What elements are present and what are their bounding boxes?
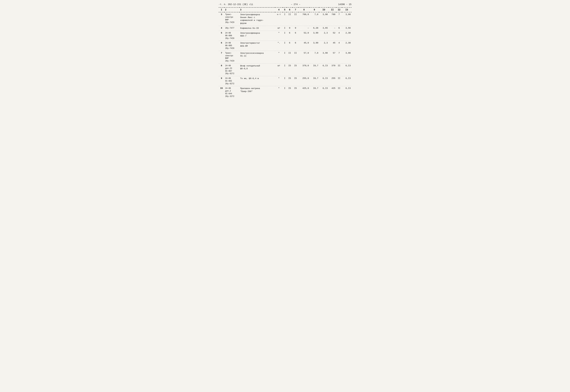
col-header-8: 8 — [298, 7, 310, 12]
cell-2-6: 6 — [292, 31, 298, 41]
cell-1-6: 9 — [292, 26, 298, 31]
cell-7-8: I0,7 — [310, 86, 319, 99]
cell-4-7: 57,0 — [298, 51, 310, 63]
main-table: I 2 3 4 5 6 7 8 9 IO II I2 I3 3Транс- эл… — [219, 7, 351, 99]
cell-2-11: 4 — [336, 31, 342, 41]
cell-6-1: 24-06 0I-00I 28у-8272 — [224, 76, 239, 86]
cell-6-7: 255,0 — [298, 76, 310, 86]
cell-3-3: ". — [275, 41, 283, 51]
col-header-7: 7 — [292, 7, 298, 12]
cell-2-0: 5 — [219, 31, 224, 41]
cell-1-0: 4 — [219, 26, 224, 31]
cell-3-12: 2,30 — [342, 41, 351, 51]
page-header: ·т. п. 262-12-151 (ЗЕ) √ii – 274 – 14396… — [219, 3, 351, 6]
cell-5-3: шт — [275, 63, 283, 76]
cell-5-2: Шкаф холодильный ШХ-0,8 — [239, 63, 275, 76]
cell-6-6: I5 — [292, 76, 298, 86]
cell-3-9: 2,3 — [319, 41, 329, 51]
cell-6-5: I5 — [287, 76, 292, 86]
cell-7-6: I5 — [292, 86, 298, 99]
cell-3-1: 24-06 06-005 28у-74I8 — [224, 41, 239, 51]
table-row: 924-06 0I-00I 28у-8272То же, ШХ-0,4 м"II… — [219, 76, 351, 86]
cell-6-12: 6,I3 — [342, 76, 351, 86]
col-header-12: I2 — [336, 7, 342, 12]
cell-7-4: I — [283, 86, 287, 99]
cell-1-5: 9 — [287, 26, 292, 31]
cell-4-8: 7,0 — [310, 51, 319, 63]
table-row: 624-06 06-005 28у-74I8Электротермостат А… — [219, 41, 351, 51]
cell-1-4: I — [283, 26, 287, 31]
cell-0-1: Транс- электро ВНР 28у-74I9 — [224, 12, 239, 26]
cell-2-3: " — [275, 31, 283, 41]
cell-7-9: 6,I3 — [319, 86, 329, 99]
cell-1-8: 6,28 — [310, 26, 319, 31]
col-header-6: 6 — [287, 7, 292, 12]
cell-3-5: 6 — [287, 41, 292, 51]
cell-4-0: 7 — [219, 51, 224, 63]
cell-0-9: 3,98 — [319, 12, 329, 26]
cell-5-1: 24-06 доп.23 0I-067 28у-8272 — [224, 63, 239, 76]
cell-4-9: 3,98 — [319, 51, 329, 63]
table-row: 524-06 06-006 28у-74I8Электрокофеварка К… — [219, 31, 351, 41]
col-header-1: I — [219, 7, 224, 12]
col-header-5: 5 — [283, 7, 287, 12]
col-header-2: 2 — [224, 7, 239, 12]
cell-5-5: I5 — [287, 63, 292, 76]
cell-7-11: II — [336, 86, 342, 99]
cell-5-9: 6,I3 — [319, 63, 329, 76]
cell-6-3: " — [275, 76, 283, 86]
cell-0-6: II — [292, 12, 298, 26]
cell-0-2: Электрокофеварка Онния Люкс с кофемолкой… — [239, 12, 275, 26]
cell-3-7: 45,0 — [298, 41, 310, 51]
cell-1-7: – — [298, 26, 310, 31]
cell-7-10: 425 — [329, 86, 336, 99]
cell-7-3: " — [275, 86, 283, 99]
cell-7-5: I5 — [287, 86, 292, 99]
cell-7-2: Прилавок-витрина "Бавр-I06" — [239, 86, 275, 99]
cell-7-0: IO — [219, 86, 224, 99]
cell-5-6: I5 — [292, 63, 298, 76]
col-header-10: IO — [319, 7, 329, 12]
col-header-4: 4 — [275, 7, 283, 12]
cell-3-4: I — [283, 41, 287, 51]
cell-6-10: 255 — [329, 76, 336, 86]
cell-0-0: 3 — [219, 12, 224, 26]
cell-2-2: Электрокофеварка КВЭ-7 — [239, 31, 275, 41]
cell-6-0: 9 — [219, 76, 224, 86]
cell-5-12: 6,I3 — [342, 63, 351, 76]
col-header-13: I3 — [342, 7, 351, 12]
cell-4-2: Электрососисковарка FE-II — [239, 51, 275, 63]
header-right: 14396 - 15 — [338, 3, 351, 6]
cell-7-1: 24-06 доп.2 0I-044 28у-3272 — [224, 86, 239, 99]
col-header-11: II — [329, 7, 336, 12]
cell-1-12: 3,56 — [342, 26, 351, 31]
cell-7-7: 425,0 — [298, 86, 310, 99]
cell-3-8: 3,99 — [310, 41, 319, 51]
cell-7-12: 6,I3 — [342, 86, 351, 99]
cell-3-10: 45 — [329, 41, 336, 51]
header-center: – 274 – — [291, 3, 300, 6]
cell-0-8: 7,0 — [310, 12, 319, 26]
cell-2-1: 24-06 06-006 28у-74I8 — [224, 31, 239, 41]
cell-3-0: 6 — [219, 41, 224, 51]
cell-3-11: 4 — [336, 41, 342, 51]
cell-2-5: 6 — [287, 31, 292, 41]
col-header-3: 3 — [239, 7, 275, 12]
cell-1-11: 6 — [336, 26, 342, 31]
cell-4-11: 7 — [336, 51, 342, 63]
header-left: ·т. п. 262-12-151 (ЗЕ) √ii — [219, 3, 253, 6]
cell-1-1: 28у-7477 — [224, 26, 239, 31]
cell-0-12: 3,98 — [342, 12, 351, 26]
cell-4-12: 3,98 — [342, 51, 351, 63]
cell-4-1: Транс- электро ВНР 28у-74I9 — [224, 51, 239, 63]
cell-6-9: 6,I3 — [319, 76, 329, 86]
cell-2-7: 52,0 — [298, 31, 310, 41]
cell-6-11: II — [336, 76, 342, 86]
cell-4-4: I — [283, 51, 287, 63]
cell-1-10: – — [329, 26, 336, 31]
cell-0-4: I — [283, 12, 287, 26]
cell-3-6: 6 — [292, 41, 298, 51]
cell-5-7: 370,0 — [298, 63, 310, 76]
cell-4-10: 57 — [329, 51, 336, 63]
cell-2-4: I — [283, 31, 287, 41]
